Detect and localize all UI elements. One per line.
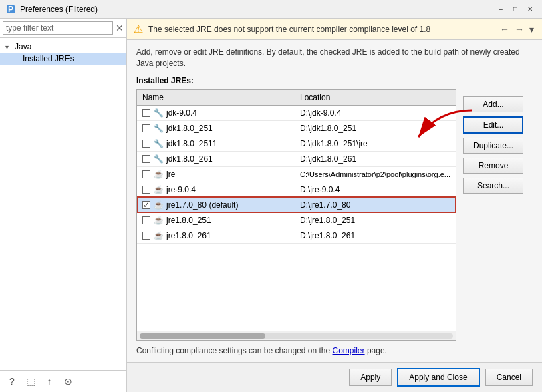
row-checkbox[interactable] (142, 186, 150, 194)
row-checkbox[interactable] (142, 109, 150, 117)
sidebar-item-java-label: Java (15, 42, 31, 51)
edit-button[interactable]: Edit... (463, 116, 523, 134)
app-icon: P (5, 4, 16, 15)
table-row[interactable]: ☕ jre C:\Users\Administrator\p2\pool\plu… (137, 166, 456, 182)
sidebar: ✕ ▾ Java Installed JREs ? ⬚ ↑ ⊙ (0, 19, 127, 392)
section-title: Installed JREs: (136, 76, 533, 85)
jre-name: jre1.8.0_261 (166, 231, 211, 240)
horizontal-scrollbar[interactable] (137, 331, 456, 340)
remove-button[interactable]: Remove (463, 158, 523, 174)
main-layout: ✕ ▾ Java Installed JREs ? ⬚ ↑ ⊙ ⚠ The se… (0, 19, 542, 392)
row-name-cell: ☕ jre-9.0.4 (137, 182, 295, 197)
window-title: Preferences (Filtered) (20, 5, 494, 14)
table-row[interactable]: 🔧 jdk1.8.0_261 D:\jdk1.8.0_261 (137, 151, 456, 166)
table-row[interactable]: ☕ jre1.8.0_251 D:\jre1.8.0_251 (137, 212, 456, 228)
warning-forward-button[interactable]: → (513, 23, 525, 35)
apply-button[interactable]: Apply (349, 369, 392, 386)
compiler-link[interactable]: Compiler (333, 346, 365, 355)
row-checkbox[interactable] (142, 124, 150, 132)
section-description: Add, remove or edit JRE definitions. By … (136, 47, 533, 69)
sidebar-bottom: ? ⬚ ↑ ⊙ (0, 370, 126, 392)
row-location-cell: D:\jdk1.8.0_261 (295, 151, 456, 166)
compliance-text2: page. (367, 346, 387, 355)
row-name-cell: ☕ jre1.7.0_80 (default) (137, 197, 295, 212)
jre-icon: ☕ (153, 215, 164, 226)
bottom-bar: Apply Apply and Close Cancel (127, 362, 542, 392)
warning-back-button[interactable]: ← (499, 23, 511, 35)
row-location-cell: D:\jre1.8.0_261 (295, 228, 456, 243)
compliance-note: Conflicting compliance settings can be c… (136, 346, 456, 355)
compliance-text1: Conflicting compliance settings can be c… (136, 346, 330, 355)
row-checkbox[interactable] (142, 216, 150, 224)
jre-icon: ☕ (153, 169, 164, 180)
titlebar: P Preferences (Filtered) – □ ✕ (0, 0, 542, 19)
row-checkbox[interactable] (142, 170, 150, 178)
add-button[interactable]: Add... (463, 96, 523, 112)
jre-name: jdk1.8.0_2511 (166, 139, 217, 148)
table-row-selected[interactable]: ☕ jre1.7.0_80 (default) D:\jre1.7.0_80 (137, 197, 456, 212)
row-checkbox[interactable] (142, 232, 150, 240)
table-row[interactable]: 🔧 jdk-9.0.4 D:\jdk-9.0.4 (137, 105, 456, 120)
action-buttons: Add... Edit... Duplicate... Remove Searc… (456, 89, 533, 355)
duplicate-button[interactable]: Duplicate... (463, 138, 523, 154)
maximize-button[interactable]: □ (509, 3, 522, 16)
row-checkbox[interactable] (142, 155, 150, 163)
table-row[interactable]: ☕ jre-9.0.4 D:\jre-9.0.4 (137, 182, 456, 197)
row-name-cell: 🔧 jdk-9.0.4 (137, 105, 295, 120)
close-button[interactable]: ✕ (523, 3, 537, 16)
row-name-cell: ☕ jre1.8.0_251 (137, 212, 295, 228)
warning-menu-button[interactable]: ▾ (528, 23, 535, 35)
table-row[interactable]: 🔧 jdk1.8.0_2511 D:\jdk1.8.0_251\jre (137, 136, 456, 151)
warning-text: The selected JRE does not support the cu… (148, 25, 493, 34)
jre-name: jre1.8.0_251 (166, 216, 211, 225)
jre-name: jre1.7.0_80 (default) (166, 200, 238, 210)
filter-clear-button[interactable]: ✕ (116, 23, 124, 33)
jre-icon: ☕ (153, 230, 164, 241)
row-location-cell: D:\jre-9.0.4 (295, 182, 456, 197)
import-icon[interactable]: ⬚ (24, 375, 37, 388)
jre-icon: 🔧 (153, 138, 164, 149)
cancel-button[interactable]: Cancel (485, 369, 533, 386)
filter-box: ✕ (0, 19, 126, 38)
row-location-cell: D:\jre1.7.0_80 (295, 197, 456, 212)
svg-text:P: P (8, 5, 13, 14)
scroll-thumb (140, 333, 265, 339)
row-name-cell: 🔧 jdk1.8.0_2511 (137, 136, 295, 151)
row-name-cell: 🔧 jdk1.8.0_261 (137, 151, 295, 166)
tree-area: ▾ Java Installed JREs (0, 38, 126, 370)
sidebar-item-java[interactable]: ▾ Java (0, 41, 126, 53)
sidebar-item-installed-jres[interactable]: Installed JREs (0, 53, 126, 65)
col-name: Name (137, 90, 295, 106)
help-icon[interactable]: ? (5, 375, 19, 388)
row-location-cell: C:\Users\Administrator\p2\pool\plugins\o… (295, 166, 456, 182)
content-area: ⚠ The selected JRE does not support the … (127, 19, 542, 392)
table-row[interactable]: ☕ jre1.8.0_261 D:\jre1.8.0_261 (137, 228, 456, 243)
row-location-cell: D:\jdk-9.0.4 (295, 105, 456, 120)
jre-name: jre (166, 170, 175, 179)
jre-icon: 🔧 (153, 154, 164, 164)
jre-table-wrapper: Name Location � (136, 89, 456, 355)
jre-table: Name Location � (137, 90, 456, 244)
expand-arrow-java: ▾ (5, 43, 12, 51)
minimize-button[interactable]: – (494, 3, 507, 16)
row-checkbox[interactable] (142, 140, 150, 148)
jre-name: jdk1.8.0_251 (166, 124, 213, 133)
warning-banner: ⚠ The selected JRE does not support the … (127, 19, 542, 40)
filter-input[interactable] (3, 21, 113, 35)
apply-close-button[interactable]: Apply and Close (397, 368, 479, 387)
sidebar-item-jres-label: Installed JREs (23, 54, 74, 63)
jre-name: jdk-9.0.4 (166, 108, 197, 118)
jre-icon: 🔧 (153, 123, 164, 134)
export-icon[interactable]: ↑ (43, 375, 56, 388)
row-location-cell: D:\jdk1.8.0_251\jre (295, 136, 456, 151)
expand-arrow-jres (13, 55, 20, 63)
row-location-cell: D:\jre1.8.0_251 (295, 212, 456, 228)
search-button[interactable]: Search... (463, 178, 523, 194)
table-scroll[interactable]: Name Location � (137, 90, 456, 331)
jre-table-container: Name Location � (136, 89, 456, 341)
preferences-icon[interactable]: ⊙ (61, 375, 75, 388)
right-panel: Name Location � (136, 89, 533, 355)
table-row[interactable]: 🔧 jdk1.8.0_251 D:\jdk1.8.0_251 (137, 120, 456, 136)
jre-icon: ☕ (153, 184, 164, 195)
row-checkbox[interactable] (142, 201, 150, 209)
